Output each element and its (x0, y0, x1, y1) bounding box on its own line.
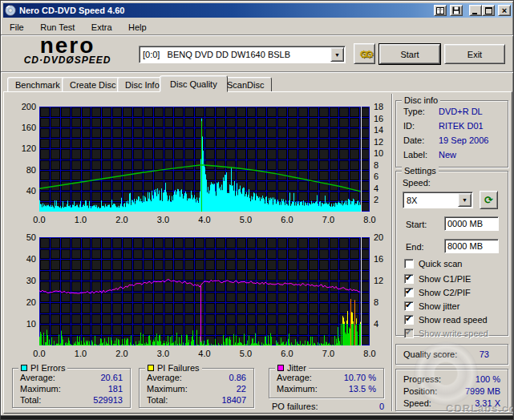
jitter-swatch (277, 365, 284, 371)
jitter-and-pi-failures-left-tick: 20 (10, 297, 36, 307)
chevron-down-icon[interactable]: ▼ (458, 193, 472, 207)
jitter-and-pi-failures-x-tick: 7.0 (319, 349, 338, 358)
drive-select[interactable]: [0:0] BENQ DVD DD DW1640 BSLB ▼ (139, 46, 346, 63)
pi-errors-and-read-speed-x-tick: 2.0 (112, 215, 132, 224)
nero-logo-subtitle: CD·DVDØSPEED (9, 55, 126, 65)
start-position-input[interactable] (444, 216, 499, 231)
jitter-and-pi-failures-x-tick: 1.0 (71, 349, 91, 358)
menu-help[interactable]: Help (122, 21, 153, 34)
l: 20 (374, 232, 395, 242)
start-button[interactable]: Start (379, 44, 440, 64)
start-position-label: Start: (406, 220, 427, 229)
refresh-button[interactable]: ⟳ (480, 191, 498, 209)
jitter-and-pi-failures-x-tick: 4.0 (195, 349, 214, 358)
jitter-and-pi-failures-left-tick: 40 (10, 254, 36, 264)
menu-file[interactable]: File (3, 21, 30, 34)
maximize-button[interactable] (482, 5, 495, 16)
nero-logo-wordmark: nero (9, 36, 126, 55)
jitter-and-pi-failures-x-tick: 2.0 (112, 349, 132, 358)
app-window: Nero CD-DVD Speed 4.60 (0, 0, 514, 420)
maximize-icon (485, 7, 492, 14)
l: 12 (374, 137, 395, 147)
pi-errors-group: PI Errors Average:20.61 Maximum:181 Tota… (12, 368, 131, 408)
checkbox-show-c2-pif[interactable]: ✔Show C2/PIF (404, 287, 471, 298)
minimize-button[interactable] (469, 5, 482, 16)
pi-failures-swatch (148, 365, 154, 371)
jitter-and-pi-failures-x-tick: 0.0 (30, 349, 49, 358)
tab-create-disc[interactable]: Create Disc (62, 77, 123, 92)
book-icon (436, 7, 444, 14)
pi-errors-swatch (21, 365, 27, 371)
check-icon: ✔ (405, 300, 412, 310)
refresh-icon: ⟳ (484, 194, 493, 206)
tab-benchmark[interactable]: Benchmark (7, 77, 68, 92)
pi-errors-and-read-speed-x-tick: 4.0 (195, 215, 214, 224)
floppy-icon (452, 6, 460, 14)
pi-errors-and-read-speed-x-tick: 0.0 (30, 215, 49, 224)
jitter-and-pi-failures-x-tick: 8.0 (360, 349, 379, 358)
catalog-icon-button[interactable] (434, 5, 447, 16)
pi-errors-chart (39, 107, 370, 212)
po-failures-row: PO failures: 0 (272, 402, 384, 411)
l: 12 (374, 276, 395, 285)
tab-disc-quality[interactable]: Disc Quality (160, 75, 228, 92)
l: 6 (374, 172, 395, 181)
jitter-pif-chart (39, 237, 370, 345)
window-bottom-edge (1, 415, 514, 420)
pi-errors-and-read-speed-left-tick: 160 (10, 123, 36, 132)
drive-settings-button[interactable]: ⚙⚙ (354, 43, 375, 64)
quality-score-box: Quality score:73 (395, 344, 508, 365)
jitter-and-pi-failures-x-tick: 3.0 (154, 349, 173, 358)
exit-button[interactable]: Exit (444, 44, 505, 64)
menu-run-test[interactable]: Run Test (34, 21, 81, 34)
minimize-icon (472, 7, 479, 14)
checkbox-quick-scan[interactable]: ✔Quick scan (404, 258, 462, 269)
speed-select-value: 8X (403, 196, 457, 205)
check-icon: ✔ (405, 273, 412, 283)
pi-errors-and-read-speed-left-tick: 200 (10, 102, 36, 111)
pi-errors-and-read-speed-left-tick: 80 (10, 165, 36, 175)
pi-errors-and-read-speed-left-tick: 40 (10, 186, 36, 196)
gears-icon: ⚙⚙ (359, 48, 370, 60)
cd-icon (5, 5, 16, 16)
l: 4 (374, 184, 395, 193)
pi-errors-and-read-speed-x-tick: 8.0 (360, 215, 379, 224)
menu-extra[interactable]: Extra (85, 21, 119, 34)
l: 18 (374, 102, 395, 111)
check-icon: ✔ (405, 313, 412, 324)
speed-select[interactable]: 8X ▼ (403, 192, 473, 208)
menu-bar: File Run Test Extra Help (3, 19, 512, 34)
l: 8 (374, 297, 395, 307)
pi-errors-and-read-speed-x-tick: 7.0 (319, 215, 338, 224)
jitter-and-pi-failures-left-tick: 10 (10, 319, 36, 329)
jitter-and-pi-failures-left-tick: 30 (10, 276, 36, 285)
pi-failures-group: PI Failures Average:0.86 Maximum:22 Tota… (139, 368, 254, 408)
checkbox-show-jitter[interactable]: ✔Show jitter (404, 301, 459, 312)
title-bar: Nero CD-DVD Speed 4.60 (3, 3, 512, 18)
window-title: Nero CD-DVD Speed 4.60 (19, 6, 434, 15)
progress-box: Progress:100 % Position:7999 MB Speed:3.… (395, 369, 508, 411)
speed-label: Speed: (403, 178, 431, 188)
jitter-and-pi-failures-left-tick: 50 (10, 232, 36, 242)
l: 16 (374, 254, 395, 264)
save-button[interactable] (450, 5, 463, 16)
l: 2 (374, 195, 395, 204)
pi-errors-and-read-speed-x-tick: 1.0 (71, 215, 91, 224)
nero-logo: nero CD·DVDØSPEED (9, 36, 126, 65)
pi-errors-and-read-speed-left-tick: 120 (10, 143, 36, 153)
jitter-group: Jitter Average:10.70 % Maximum:13.5 % (269, 368, 384, 398)
chevron-down-icon[interactable]: ▼ (330, 47, 344, 62)
divider (1, 72, 514, 73)
checkbox-show-read-speed[interactable]: ✔Show read speed (404, 314, 488, 325)
end-position-input[interactable] (444, 239, 499, 253)
checkbox-show-write-speed: ✔Show write speed (404, 328, 488, 339)
jitter-and-pi-failures-x-tick: 6.0 (277, 349, 297, 358)
drive-select-value: [0:0] BENQ DVD DD DW1640 BSLB (140, 50, 330, 59)
pi-errors-and-read-speed-x-tick: 6.0 (277, 215, 297, 224)
close-button[interactable]: × (498, 5, 511, 16)
check-icon: ✔ (405, 286, 412, 297)
l: 14 (374, 125, 395, 135)
checkbox-show-c1-pie[interactable]: ✔Show C1/PIE (404, 273, 471, 285)
disc-info-group: Disc info Type:DVD+R DL ID:RITEK D01 Dat… (395, 100, 508, 168)
l: 16 (374, 114, 395, 123)
